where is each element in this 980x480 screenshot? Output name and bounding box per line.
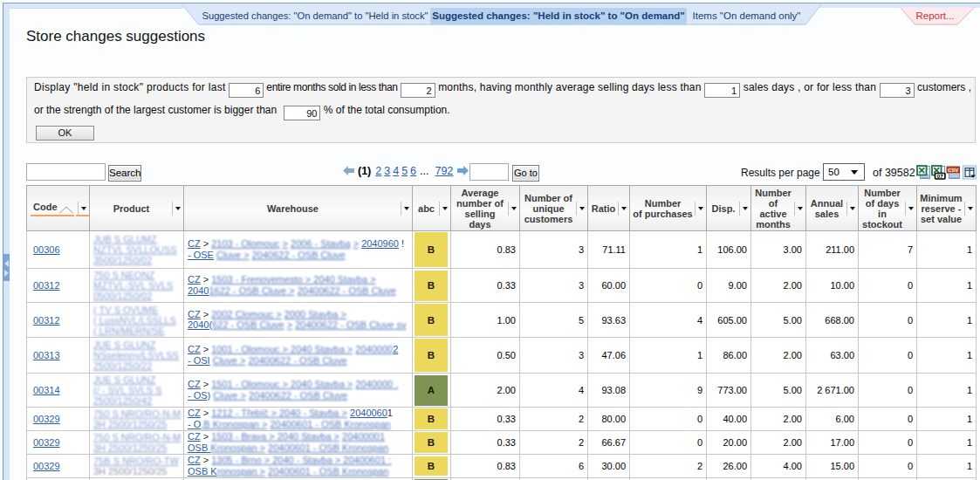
svg-text:07: 07	[937, 173, 943, 179]
svg-text:CSV: CSV	[948, 168, 958, 173]
